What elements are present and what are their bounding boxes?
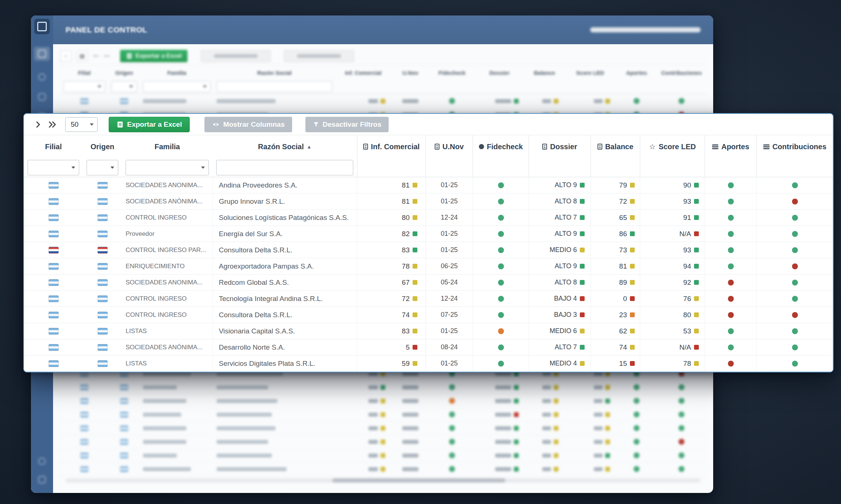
dossier-value: ALTO 8 <box>555 279 577 286</box>
bg-show-columns-button[interactable] <box>201 50 271 62</box>
sidebar-help-icon[interactable] <box>38 458 46 465</box>
bg-table-row[interactable] <box>60 94 706 108</box>
filial-filter-select[interactable] <box>28 160 79 175</box>
familia-filter-select[interactable] <box>126 160 209 175</box>
table-row[interactable]: SOCIEDADES ANONIMA... Redcom Global S.A.… <box>24 274 833 291</box>
score-led-cell: 93 <box>640 242 705 258</box>
bg-export-excel-button[interactable]: Exportar a Excel <box>120 50 188 62</box>
column-header-aportes[interactable]: Aportes <box>705 135 756 158</box>
export-excel-button[interactable]: Exportar a Excel <box>109 117 190 132</box>
table-row[interactable]: SOCIEDADES ANÓNIMA... Grupo Innovar S.R.… <box>24 193 833 210</box>
bg-origen-filter-select[interactable] <box>111 81 137 92</box>
filial-flag-cell <box>24 323 83 339</box>
score-led-value: 93 <box>683 197 691 206</box>
table-row[interactable]: SOCIEDADES ANÓNIMA... Desarrollo Norte S… <box>24 339 833 356</box>
bg-table-row[interactable] <box>60 449 706 462</box>
table-row[interactable]: ENRIQUECIMIENTO Agroexportadora Pampas S… <box>24 258 833 274</box>
table-row[interactable]: LISTAS Servicios Digitales Plata S.R.L. … <box>24 356 833 372</box>
bg-table-row[interactable] <box>60 394 706 408</box>
horizontal-scrollbar[interactable] <box>66 478 701 483</box>
table-row[interactable]: CONTROL INGRESO Soluciones Logísticas Pa… <box>24 210 833 226</box>
column-header-score-led[interactable]: ☆Score LED <box>640 135 705 158</box>
show-columns-button[interactable]: Mostrar Columnas <box>204 117 292 132</box>
next-page-button[interactable] <box>31 118 45 131</box>
aportes-status-dot <box>634 439 639 445</box>
origen-flag-icon <box>120 398 128 404</box>
aportes-cell <box>705 210 756 225</box>
fidecheck-status-dot <box>449 98 455 104</box>
inf-comercial-value: 78 <box>402 262 410 270</box>
column-header-inf-comercial[interactable]: Inf. Comercial <box>357 135 425 158</box>
bg-grid-button[interactable]: ▦ <box>77 50 88 62</box>
contribuciones-status-dot <box>679 384 684 390</box>
fidecheck-cell <box>473 323 529 339</box>
column-header-razon-social[interactable]: Razón Social▲ <box>213 135 357 158</box>
bg-razon-social-filter-input[interactable] <box>217 81 332 92</box>
sidebar-item-grid-icon[interactable] <box>34 47 50 61</box>
status-square-icon <box>694 345 699 350</box>
bg-table-row[interactable] <box>60 421 706 435</box>
origen-filter-select[interactable] <box>87 160 118 175</box>
table-row[interactable]: LISTAS Visionaria Capital S.A.S. 83 01-2… <box>24 323 833 339</box>
score-led-value: 93 <box>683 246 691 254</box>
fidecheck-status-dot <box>449 452 455 458</box>
bg-toolbar: ‹ ▦ Exportar a Excel <box>60 47 706 65</box>
table-row[interactable]: Proveedor Energía del Sur S.A. 82 01-25 … <box>24 226 833 242</box>
u-nov-cell: 06-25 <box>425 258 473 274</box>
chevron-down-icon <box>111 167 114 169</box>
inf-comercial-cell: 80 <box>357 210 425 225</box>
chevron-down-icon <box>71 167 75 169</box>
table-row[interactable]: CONTROL INGRESO Tecnología Integral Andi… <box>24 291 833 307</box>
score-led-cell: 78 <box>640 356 705 371</box>
balance-value: 65 <box>619 214 627 222</box>
origen-flag-icon <box>98 182 108 189</box>
bg-filial-filter-select[interactable] <box>63 81 105 92</box>
origen-flag-cell <box>83 242 122 258</box>
column-header-fidecheck[interactable]: Fidecheck <box>473 135 529 158</box>
aportes-status-dot <box>634 98 639 104</box>
origen-flag-cell <box>83 307 122 323</box>
fidecheck-cell <box>473 258 529 274</box>
dossier-cell: ALTO 9 <box>529 258 591 274</box>
column-header-familia[interactable]: Familia <box>122 135 213 158</box>
bg-deactivate-filters-button[interactable] <box>284 50 354 62</box>
column-header-balance[interactable]: Balance <box>591 135 640 158</box>
bg-table-row[interactable] <box>60 408 706 421</box>
table-row[interactable]: CONTROL INGRESO PAR... Consultora Delta … <box>24 242 833 258</box>
sidebar-item-circle-icon[interactable] <box>38 73 46 81</box>
sidebar-settings-icon[interactable] <box>38 476 46 483</box>
column-header-filial[interactable]: Filial <box>24 135 83 158</box>
column-label: Fidecheck <box>487 143 523 151</box>
bg-table-row[interactable] <box>60 381 706 394</box>
bg-back-button[interactable]: ‹ <box>60 50 71 62</box>
status-square-icon <box>413 345 417 350</box>
blurred-date-bar <box>402 454 418 458</box>
bg-familia-filter-select[interactable] <box>143 81 211 92</box>
chevron-down-icon <box>203 85 207 88</box>
scrollbar-thumb[interactable] <box>332 478 505 483</box>
column-header-contribuciones[interactable]: Contribuciones <box>756 135 833 158</box>
excel-icon <box>116 121 124 128</box>
table-row[interactable]: SOCIEDADES ANONIMA... Andina Proveedores… <box>24 177 833 193</box>
table-row[interactable]: CONTROL INGRESO Consultora Delta S.R.L. … <box>24 307 833 323</box>
contribuciones-cell <box>756 193 833 209</box>
deactivate-filters-button[interactable]: Desactivar Filtros <box>305 117 389 132</box>
filial-flag-icon <box>49 344 59 351</box>
u-nov-cell: 12-24 <box>425 291 473 307</box>
column-header-origen[interactable]: Origen <box>83 135 122 158</box>
contribuciones-status-dot <box>679 425 684 431</box>
bg-column-header: Aportes <box>616 70 657 76</box>
filial-flag-icon <box>49 214 59 221</box>
filial-flag-icon <box>80 98 88 104</box>
page-size-select[interactable]: 50 <box>65 117 98 132</box>
column-header-u-nov[interactable]: U.Nov <box>425 135 473 158</box>
blurred-value-bar <box>368 413 378 417</box>
sidebar-item-square-icon[interactable] <box>38 93 46 101</box>
inf-comercial-value: 59 <box>402 360 410 368</box>
razon-social-filter-input[interactable] <box>216 160 353 175</box>
bg-table-row[interactable] <box>60 435 706 449</box>
inf-comercial-value: 72 <box>402 295 410 303</box>
last-page-button[interactable] <box>45 118 60 131</box>
column-header-dossier[interactable]: Dossier <box>529 135 591 158</box>
bg-table-row[interactable] <box>60 462 706 476</box>
